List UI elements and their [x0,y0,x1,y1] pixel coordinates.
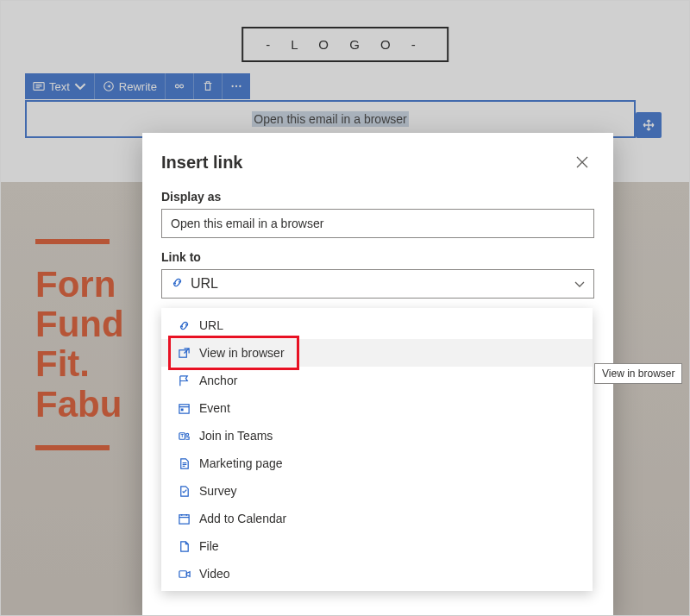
calendar-day-icon [177,401,191,415]
display-as-label: Display as [161,190,594,204]
chevron-down-icon [574,276,585,292]
link-icon [171,276,184,292]
option-label: Marketing page [199,456,283,470]
option-label: URL [199,318,223,332]
option-label: Add to Calendar [199,512,286,525]
file-icon [177,539,191,553]
option-label: Survey [199,484,237,498]
svg-point-15 [185,433,188,436]
dropdown-option-view-in-browser[interactable]: View in browser [161,339,593,367]
svg-rect-24 [179,570,185,577]
link-to-selected-value: URL [191,276,218,292]
option-label: File [199,539,219,553]
tooltip-text: View in browser [602,368,674,380]
link-icon [177,318,191,332]
close-icon [576,156,588,168]
teams-icon: T [177,429,191,443]
option-label: View in browser [199,346,285,360]
tooltip: View in browser [594,363,682,384]
dropdown-option-join-in-teams[interactable]: T Join in Teams [161,422,593,449]
close-button[interactable] [570,150,594,174]
svg-rect-10 [179,349,185,356]
video-icon [177,567,191,581]
svg-rect-20 [179,514,188,523]
survey-icon [177,484,191,498]
option-label: Anchor [199,374,237,387]
calendar-icon [177,512,191,525]
open-external-icon [177,346,191,360]
dropdown-option-url[interactable]: URL [161,311,593,339]
svg-rect-11 [179,404,188,412]
dropdown-option-event[interactable]: Event [161,394,593,422]
dialog-title: Insert link [161,153,242,173]
dropdown-option-anchor[interactable]: Anchor [161,367,593,394]
display-as-input[interactable] [161,209,594,238]
option-label: Event [199,401,230,415]
flag-icon [177,374,191,387]
svg-rect-13 [180,408,183,411]
dropdown-option-marketing-page[interactable]: Marketing page [161,449,593,477]
page-icon [177,456,191,470]
dropdown-option-add-to-calendar[interactable]: Add to Calendar [161,505,593,532]
dropdown-option-video[interactable]: Video [161,560,593,588]
option-label: Video [199,567,230,581]
link-to-dropdown: URL View in browser Anchor Event T Join … [161,308,593,591]
link-to-select[interactable]: URL [161,269,594,299]
option-label: Join in Teams [199,429,273,443]
link-to-label: Link to [161,250,594,264]
dropdown-option-survey[interactable]: Survey [161,477,593,505]
dropdown-option-file[interactable]: File [161,532,593,560]
svg-text:T: T [180,433,184,438]
